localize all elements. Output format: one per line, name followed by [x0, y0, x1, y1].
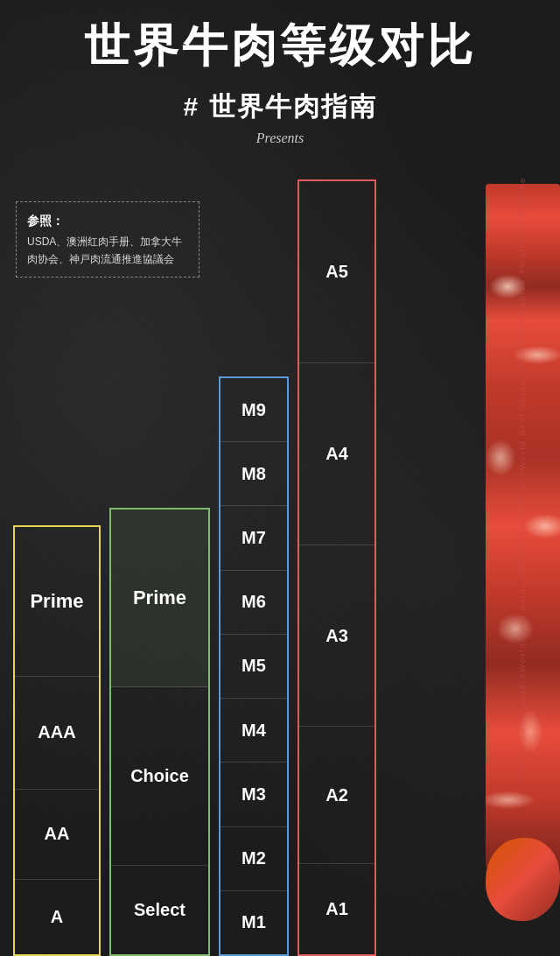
canada-prime: Prime [15, 527, 99, 677]
subtitle: # 世界牛肉指南 [0, 84, 560, 127]
main-title: 世界牛肉等级对比 [0, 0, 560, 84]
aus-m6: M6 [220, 571, 287, 635]
japan-column: A5 A4 A3 A2 A1 [298, 179, 376, 956]
aus-m3: M3 [220, 763, 287, 826]
us-column: Prime Choice Select [109, 508, 210, 956]
aus-m7: M7 [220, 506, 287, 570]
us-prime: Prime [111, 510, 208, 687]
presents-label: Presents [0, 127, 560, 155]
canada-a: A [15, 880, 99, 954]
japan-a1: A1 [299, 864, 374, 954]
us-select: Select [111, 866, 208, 954]
japan-a4: A4 [299, 363, 374, 545]
aus-m9: M9 [220, 378, 287, 442]
japan-a2: A2 [299, 727, 374, 863]
page-content: 世界牛肉等级对比 # 世界牛肉指南 Presents 参照： USDA、澳洲红肉… [0, 0, 560, 956]
aus-m2: M2 [220, 827, 287, 891]
australia-column: M9 M8 M7 M6 M5 M4 M3 M2 M1 [219, 376, 289, 956]
reference-title: 参照： [27, 211, 188, 230]
canada-aaa: AAA [15, 677, 99, 790]
watermark-area: #World beef guide #World beef guide #Wor… [483, 0, 560, 956]
reference-box: 参照： USDA、澳洲红肉手册、加拿大牛肉协会、神戸肉流通推進協議会 [16, 201, 200, 278]
watermark-text: #World beef guide #World beef guide #Wor… [517, 177, 527, 780]
aus-m1: M1 [220, 891, 287, 954]
aus-m5: M5 [220, 635, 287, 699]
aus-m8: M8 [220, 442, 287, 506]
reference-sources: USDA、澳洲红肉手册、加拿大牛肉协会、神戸肉流通推進協議会 [27, 234, 188, 267]
japan-a5: A5 [299, 181, 374, 363]
canada-aa: AA [15, 790, 99, 880]
canada-column: Prime AAA AA A [13, 525, 101, 956]
us-choice: Choice [111, 687, 208, 865]
aus-m4: M4 [220, 699, 287, 763]
japan-a3: A3 [299, 545, 374, 728]
